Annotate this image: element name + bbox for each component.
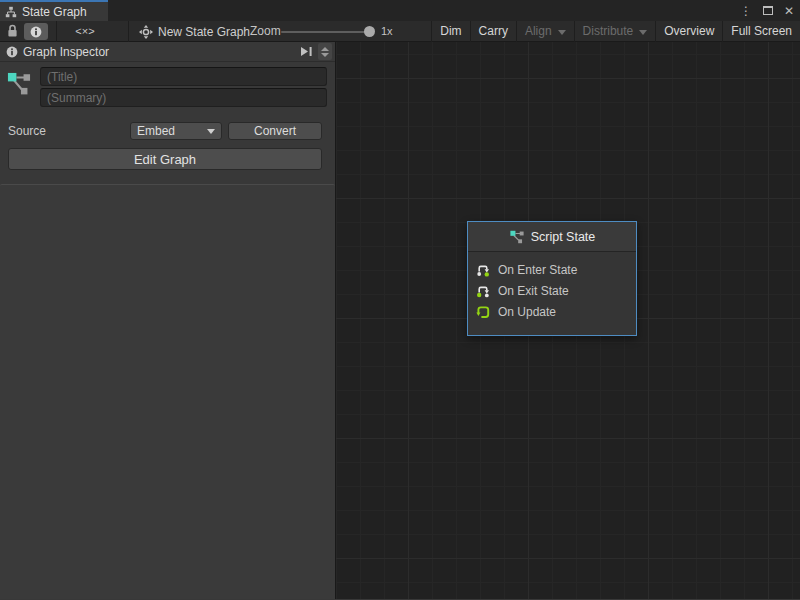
window-menu-icon[interactable]: ⋮	[740, 5, 752, 17]
tab-title: State Graph	[22, 5, 87, 19]
state-graph-asset-icon	[4, 67, 34, 107]
state-enter-icon	[476, 263, 490, 277]
graph-toolbar: <×> New State Graph Zoom 1x Dim Carry Al…	[0, 21, 800, 42]
zoom-value: 1x	[381, 21, 393, 42]
source-row: Source Embed Convert	[0, 122, 335, 140]
maximize-icon[interactable]	[763, 6, 773, 15]
node-title: Script State	[531, 230, 596, 244]
edit-graph-button[interactable]: Edit Graph	[8, 148, 322, 170]
dock-panel-icon[interactable]	[300, 46, 313, 57]
toolbar-separator	[56, 21, 57, 42]
dim-button[interactable]: Dim	[431, 21, 469, 42]
script-state-node-body: On Enter State On Exit State	[468, 252, 636, 335]
graph-title-field[interactable]	[40, 67, 327, 86]
graph-inspector-panel: Graph Inspector	[0, 42, 336, 599]
move-target-icon	[139, 25, 153, 39]
state-graph-node-icon	[509, 230, 525, 244]
scrub-up-icon	[321, 47, 329, 51]
script-state-node-header[interactable]: Script State	[468, 222, 636, 252]
panel-scrubber[interactable]	[318, 43, 332, 60]
chevron-down-icon	[207, 129, 215, 134]
state-exit-icon	[476, 284, 490, 298]
new-state-graph-label: New State Graph	[158, 25, 250, 39]
zoom-slider-knob[interactable]	[364, 26, 375, 37]
source-label: Source	[8, 124, 46, 138]
convert-button[interactable]: Convert	[228, 122, 322, 140]
update-loop-icon	[476, 305, 490, 319]
toolbar-right-group: Dim Carry Align Distribute Overview Full…	[431, 21, 800, 42]
tab-state-graph[interactable]: State Graph	[0, 0, 108, 21]
zoom-label: Zoom	[250, 21, 281, 42]
event-row-on-enter: On Enter State	[468, 259, 636, 280]
close-icon[interactable]: ✕	[784, 5, 794, 17]
overview-button[interactable]: Overview	[655, 21, 722, 42]
carry-button[interactable]: Carry	[470, 21, 516, 42]
chevron-down-icon	[639, 30, 647, 35]
toolbar-separator	[128, 21, 129, 42]
graph-canvas[interactable]: Script State On Enter State	[336, 42, 800, 599]
event-row-on-update: On Update	[468, 301, 636, 322]
script-state-node[interactable]: Script State On Enter State	[467, 221, 637, 336]
lock-icon[interactable]	[7, 24, 18, 38]
inspector-toggle-button[interactable]	[24, 23, 48, 40]
full-screen-button[interactable]: Full Screen	[722, 21, 800, 42]
graph-inspector-header: Graph Inspector	[0, 42, 335, 62]
event-row-on-exit: On Exit State	[468, 280, 636, 301]
distribute-button[interactable]: Distribute	[574, 21, 656, 42]
tab-bar: State Graph ⋮ ✕	[0, 0, 800, 21]
window-controls: ⋮ ✕	[740, 0, 794, 21]
info-icon	[30, 26, 42, 38]
graph-summary-field[interactable]	[40, 88, 327, 107]
zoom-slider-track[interactable]	[281, 31, 369, 33]
panel-title: Graph Inspector	[23, 45, 295, 59]
inspector-empty-section	[0, 184, 335, 599]
source-dropdown[interactable]: Embed	[130, 122, 222, 140]
scrub-down-icon	[321, 53, 329, 57]
state-graph-hierarchy-icon	[5, 6, 17, 18]
graph-meta-fields	[4, 67, 327, 107]
code-view-icon[interactable]: <×>	[68, 21, 102, 42]
source-dropdown-value: Embed	[137, 124, 175, 138]
align-button[interactable]: Align	[516, 21, 574, 42]
info-icon	[6, 46, 18, 58]
chevron-down-icon	[558, 30, 566, 35]
new-state-graph-button[interactable]: New State Graph	[139, 21, 250, 42]
